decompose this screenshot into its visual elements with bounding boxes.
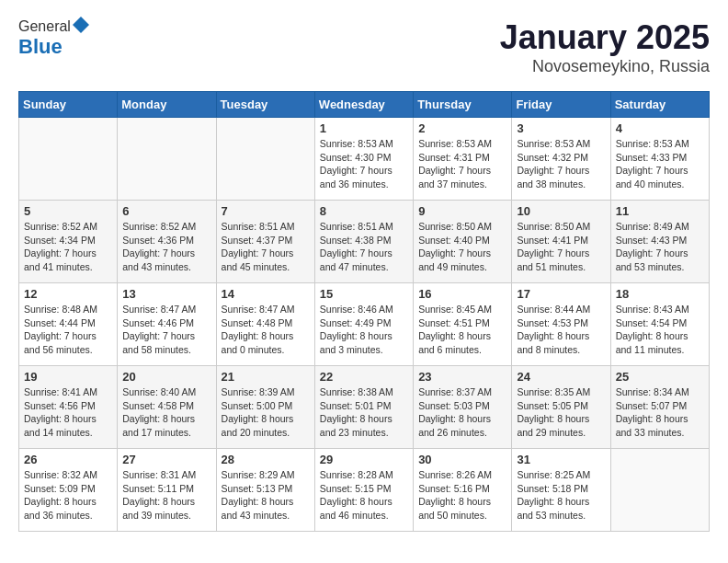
calendar-week-5: 26Sunrise: 8:32 AM Sunset: 5:09 PM Dayli… <box>19 449 710 532</box>
calendar-cell <box>19 118 118 201</box>
day-info: Sunrise: 8:51 AM Sunset: 4:37 PM Dayligh… <box>222 220 310 274</box>
calendar-cell: 24Sunrise: 8:35 AM Sunset: 5:05 PM Dayli… <box>512 366 610 449</box>
day-info: Sunrise: 8:52 AM Sunset: 4:34 PM Dayligh… <box>24 220 112 274</box>
logo-general-text: General <box>18 18 71 35</box>
calendar-week-3: 12Sunrise: 8:48 AM Sunset: 4:44 PM Dayli… <box>19 283 710 366</box>
calendar-cell: 21Sunrise: 8:39 AM Sunset: 5:00 PM Dayli… <box>216 366 314 449</box>
day-number: 2 <box>418 121 506 135</box>
calendar-cell: 19Sunrise: 8:41 AM Sunset: 4:56 PM Dayli… <box>19 366 118 449</box>
calendar-cell: 1Sunrise: 8:53 AM Sunset: 4:30 PM Daylig… <box>314 118 413 201</box>
calendar-cell: 12Sunrise: 8:48 AM Sunset: 4:44 PM Dayli… <box>19 283 118 366</box>
calendar-cell: 9Sunrise: 8:50 AM Sunset: 4:40 PM Daylig… <box>414 201 512 283</box>
weekday-header-sunday: Sunday <box>19 92 118 118</box>
day-number: 31 <box>517 453 605 466</box>
day-number: 15 <box>320 287 408 301</box>
day-info: Sunrise: 8:47 AM Sunset: 4:46 PM Dayligh… <box>122 303 210 357</box>
day-number: 9 <box>418 204 506 218</box>
weekday-header-monday: Monday <box>118 92 216 118</box>
calendar-cell: 13Sunrise: 8:47 AM Sunset: 4:46 PM Dayli… <box>118 283 216 366</box>
calendar-cell: 6Sunrise: 8:52 AM Sunset: 4:36 PM Daylig… <box>118 201 216 283</box>
day-number: 19 <box>24 370 112 384</box>
day-number: 20 <box>122 370 210 384</box>
day-number: 8 <box>320 204 408 218</box>
calendar-cell: 20Sunrise: 8:40 AM Sunset: 4:58 PM Dayli… <box>118 366 216 449</box>
day-info: Sunrise: 8:52 AM Sunset: 4:36 PM Dayligh… <box>122 220 210 274</box>
weekday-header-wednesday: Wednesday <box>314 92 413 118</box>
day-info: Sunrise: 8:53 AM Sunset: 4:32 PM Dayligh… <box>517 137 605 191</box>
day-info: Sunrise: 8:45 AM Sunset: 4:51 PM Dayligh… <box>418 303 506 357</box>
day-number: 14 <box>222 287 310 301</box>
calendar-cell: 26Sunrise: 8:32 AM Sunset: 5:09 PM Dayli… <box>19 449 118 532</box>
day-number: 11 <box>616 204 704 218</box>
calendar-table: SundayMondayTuesdayWednesdayThursdayFrid… <box>18 91 710 532</box>
calendar-cell: 5Sunrise: 8:52 AM Sunset: 4:34 PM Daylig… <box>19 201 118 283</box>
day-number: 25 <box>616 370 704 384</box>
calendar-cell: 23Sunrise: 8:37 AM Sunset: 5:03 PM Dayli… <box>414 366 512 449</box>
calendar-cell: 2Sunrise: 8:53 AM Sunset: 4:31 PM Daylig… <box>414 118 512 201</box>
day-info: Sunrise: 8:40 AM Sunset: 4:58 PM Dayligh… <box>122 385 210 440</box>
calendar-cell: 27Sunrise: 8:31 AM Sunset: 5:11 PM Dayli… <box>118 449 216 532</box>
day-info: Sunrise: 8:53 AM Sunset: 4:30 PM Dayligh… <box>320 137 408 191</box>
day-info: Sunrise: 8:37 AM Sunset: 5:03 PM Dayligh… <box>418 385 506 440</box>
calendar-cell <box>118 118 216 201</box>
day-info: Sunrise: 8:41 AM Sunset: 4:56 PM Dayligh… <box>24 385 112 440</box>
weekday-header-friday: Friday <box>512 92 610 118</box>
day-info: Sunrise: 8:43 AM Sunset: 4:54 PM Dayligh… <box>616 303 704 357</box>
day-info: Sunrise: 8:51 AM Sunset: 4:38 PM Dayligh… <box>320 220 408 274</box>
logo-blue-text: Blue <box>18 35 63 59</box>
calendar-cell: 18Sunrise: 8:43 AM Sunset: 4:54 PM Dayli… <box>610 283 709 366</box>
svg-marker-0 <box>73 17 89 33</box>
day-number: 3 <box>517 121 605 135</box>
day-number: 29 <box>320 453 408 466</box>
calendar-cell: 7Sunrise: 8:51 AM Sunset: 4:37 PM Daylig… <box>216 201 314 283</box>
day-number: 16 <box>418 287 506 301</box>
title-section: January 2025 Novosemeykino, Russia <box>500 18 710 76</box>
weekday-header-thursday: Thursday <box>414 92 512 118</box>
day-info: Sunrise: 8:26 AM Sunset: 5:16 PM Dayligh… <box>418 468 506 523</box>
day-number: 4 <box>616 121 704 135</box>
day-info: Sunrise: 8:25 AM Sunset: 5:18 PM Dayligh… <box>517 468 605 523</box>
day-number: 26 <box>24 453 112 466</box>
day-number: 7 <box>222 204 310 218</box>
day-info: Sunrise: 8:50 AM Sunset: 4:41 PM Dayligh… <box>517 220 605 274</box>
calendar-cell: 17Sunrise: 8:44 AM Sunset: 4:53 PM Dayli… <box>512 283 610 366</box>
calendar-cell: 31Sunrise: 8:25 AM Sunset: 5:18 PM Dayli… <box>512 449 610 532</box>
month-title: January 2025 <box>500 18 710 57</box>
weekday-header-saturday: Saturday <box>610 92 709 118</box>
calendar-cell: 28Sunrise: 8:29 AM Sunset: 5:13 PM Dayli… <box>216 449 314 532</box>
calendar-cell: 29Sunrise: 8:28 AM Sunset: 5:15 PM Dayli… <box>314 449 413 532</box>
day-info: Sunrise: 8:50 AM Sunset: 4:40 PM Dayligh… <box>418 220 506 274</box>
day-info: Sunrise: 8:31 AM Sunset: 5:11 PM Dayligh… <box>122 468 210 523</box>
calendar-cell: 8Sunrise: 8:51 AM Sunset: 4:38 PM Daylig… <box>314 201 413 283</box>
calendar-cell: 22Sunrise: 8:38 AM Sunset: 5:01 PM Dayli… <box>314 366 413 449</box>
day-info: Sunrise: 8:29 AM Sunset: 5:13 PM Dayligh… <box>222 468 310 523</box>
day-info: Sunrise: 8:48 AM Sunset: 4:44 PM Dayligh… <box>24 303 112 357</box>
day-number: 1 <box>320 121 408 135</box>
calendar-cell: 3Sunrise: 8:53 AM Sunset: 4:32 PM Daylig… <box>512 118 610 201</box>
calendar-cell: 15Sunrise: 8:46 AM Sunset: 4:49 PM Dayli… <box>314 283 413 366</box>
calendar-week-2: 5Sunrise: 8:52 AM Sunset: 4:34 PM Daylig… <box>19 201 710 283</box>
day-info: Sunrise: 8:32 AM Sunset: 5:09 PM Dayligh… <box>24 468 112 523</box>
day-info: Sunrise: 8:47 AM Sunset: 4:48 PM Dayligh… <box>222 303 310 357</box>
calendar-week-4: 19Sunrise: 8:41 AM Sunset: 4:56 PM Dayli… <box>19 366 710 449</box>
day-number: 24 <box>517 370 605 384</box>
calendar-cell: 11Sunrise: 8:49 AM Sunset: 4:43 PM Dayli… <box>610 201 709 283</box>
calendar-cell: 30Sunrise: 8:26 AM Sunset: 5:16 PM Dayli… <box>414 449 512 532</box>
calendar-cell: 14Sunrise: 8:47 AM Sunset: 4:48 PM Dayli… <box>216 283 314 366</box>
calendar-cell <box>610 449 709 532</box>
day-number: 10 <box>517 204 605 218</box>
day-number: 27 <box>122 453 210 466</box>
day-number: 21 <box>222 370 310 384</box>
day-number: 23 <box>418 370 506 384</box>
day-number: 18 <box>616 287 704 301</box>
day-number: 12 <box>24 287 112 301</box>
day-info: Sunrise: 8:38 AM Sunset: 5:01 PM Dayligh… <box>320 385 408 440</box>
calendar-cell: 4Sunrise: 8:53 AM Sunset: 4:33 PM Daylig… <box>610 118 709 201</box>
calendar-cell <box>216 118 314 201</box>
day-info: Sunrise: 8:34 AM Sunset: 5:07 PM Dayligh… <box>616 385 704 440</box>
page-header: General Blue January 2025 Novosemeykino,… <box>18 18 710 76</box>
day-number: 13 <box>122 287 210 301</box>
weekday-header-tuesday: Tuesday <box>216 92 314 118</box>
day-number: 6 <box>122 204 210 218</box>
calendar-cell: 16Sunrise: 8:45 AM Sunset: 4:51 PM Dayli… <box>414 283 512 366</box>
